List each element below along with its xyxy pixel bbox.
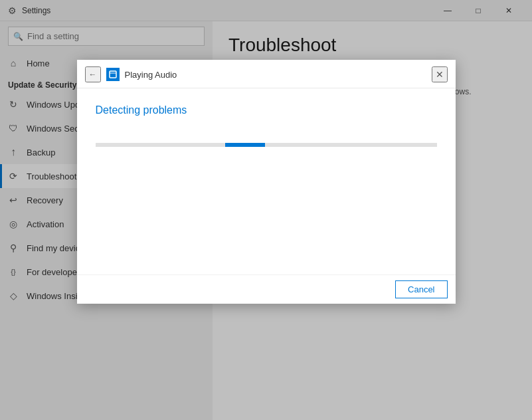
svg-rect-0 [110,71,116,78]
dialog-titlebar: ← Playing Audio ✕ [77,60,456,88]
dialog-footer: Cancel [77,274,456,304]
dialog-icon [106,68,120,81]
dialog-overlay: ← Playing Audio ✕ Detecting problems [0,0,532,420]
dialog-back-button[interactable]: ← [85,66,101,82]
progress-bar-indicator [225,143,265,147]
dialog-title: Playing Audio [125,70,177,80]
dialog-close-button[interactable]: ✕ [432,66,448,82]
troubleshoot-dialog: ← Playing Audio ✕ Detecting problems [77,60,456,304]
progress-bar [96,143,437,147]
detecting-text: Detecting problems [96,104,437,116]
progress-bar-background [96,143,437,147]
cancel-button[interactable]: Cancel [395,280,447,298]
dialog-body: Detecting problems [77,88,456,274]
dialog-titlebar-left: ← Playing Audio [85,66,177,82]
